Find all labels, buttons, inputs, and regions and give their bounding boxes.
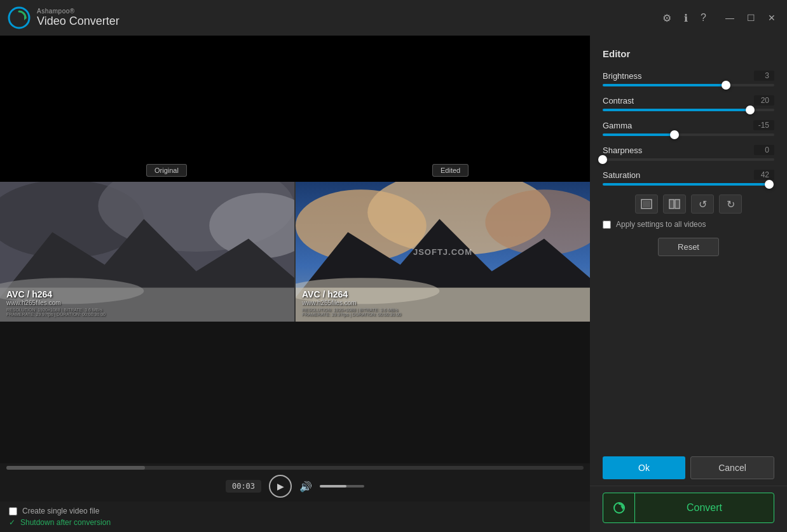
brightness-label: Brightness: [603, 71, 641, 81]
right-panel: Editor Brightness 3 Contrast 20: [590, 36, 787, 532]
saturation-fill: [603, 183, 769, 186]
split-view-icon: [669, 199, 680, 209]
undo-icon: ↺: [699, 198, 707, 210]
convert-button-group: Convert: [603, 493, 774, 523]
saturation-row: Saturation 42: [603, 170, 774, 186]
brightness-track[interactable]: [603, 84, 774, 86]
sharpness-label: Sharpness: [603, 146, 642, 155]
view-controls: ↺ ↻: [603, 194, 774, 214]
redo-icon: ↻: [727, 198, 735, 210]
app-logo-icon: [8, 6, 31, 29]
play-button[interactable]: ▶: [269, 475, 292, 498]
gamma-track[interactable]: [603, 133, 774, 136]
editor-title: Editor: [603, 48, 774, 59]
thumb-edited: JSOFTJ.COM AVC / h264 www.h265files.com …: [296, 182, 590, 322]
contrast-row: Contrast 20: [603, 95, 774, 111]
svg-rect-20: [670, 200, 673, 208]
apply-row: Apply settings to all videos: [603, 220, 774, 229]
edited-label: Edited: [432, 164, 469, 175]
close-button[interactable]: ✕: [764, 11, 779, 24]
preview-area: Original Edited: [0, 36, 590, 463]
play-icon: ▶: [277, 481, 284, 491]
app-brand: Ashampoo®: [37, 8, 120, 15]
svg-rect-21: [676, 200, 679, 208]
ok-button[interactable]: Ok: [603, 456, 685, 479]
window-controls: — ☐ ✕: [722, 11, 779, 24]
single-view-icon: [641, 199, 652, 209]
minimize-button[interactable]: —: [722, 11, 738, 24]
sharpness-track[interactable]: [603, 158, 774, 161]
undo-button[interactable]: ↺: [691, 194, 714, 214]
gamma-value: -15: [753, 120, 774, 130]
saturation-track[interactable]: [603, 183, 774, 186]
main-content: Original Edited: [0, 36, 787, 532]
gamma-label: Gamma: [603, 121, 632, 130]
sharpness-row: Sharpness 0: [603, 145, 774, 161]
volume-icon[interactable]: 🔊: [299, 481, 312, 493]
single-file-checkbox[interactable]: [9, 507, 17, 515]
help-icon[interactable]: ?: [698, 10, 709, 26]
controls-bar: 00:03 ▶ 🔊: [0, 463, 590, 501]
title-bar-left: Ashampoo® Video Converter: [8, 6, 120, 29]
single-file-row: Create single video file: [9, 507, 581, 515]
saturation-header: Saturation 42: [603, 170, 774, 180]
maximize-button[interactable]: ☐: [743, 11, 759, 24]
brightness-row: Brightness 3: [603, 71, 774, 86]
black-top-preview: Original Edited: [0, 36, 590, 182]
split-view-button[interactable]: [663, 194, 686, 214]
contrast-thumb[interactable]: [746, 106, 755, 114]
single-file-label: Create single video file: [22, 507, 99, 515]
brightness-value: 3: [754, 71, 774, 81]
volume-fill: [320, 485, 346, 488]
dialog-buttons: Ok Cancel: [590, 450, 787, 486]
brightness-thumb[interactable]: [722, 81, 730, 90]
brightness-header: Brightness 3: [603, 71, 774, 81]
redo-button[interactable]: ↻: [719, 194, 742, 214]
progress-bar[interactable]: [6, 466, 584, 470]
convert-section: Convert: [590, 486, 787, 532]
settings-icon[interactable]: ⚙: [660, 10, 674, 27]
info-icon[interactable]: ℹ: [681, 10, 690, 27]
single-view-button[interactable]: [635, 194, 658, 214]
thumbnails-row: AVC / h264 www.h265files.com RESOLUTION:…: [0, 182, 590, 322]
contrast-fill: [603, 109, 750, 111]
bottom-bar: Create single video file ✓ Shutdown afte…: [0, 501, 590, 532]
apply-label: Apply settings to all videos: [616, 220, 706, 229]
saturation-value: 42: [754, 170, 774, 180]
shutdown-label: Shutdown after conversion: [20, 518, 111, 527]
contrast-label: Contrast: [603, 96, 634, 106]
app-title-group: Ashampoo® Video Converter: [37, 8, 120, 28]
video-panel: Original Edited: [0, 36, 590, 532]
time-display: 00:03: [226, 480, 261, 493]
svg-rect-17: [643, 201, 650, 207]
thumb-original-overlay: AVC / h264 www.h265files.com RESOLUTION:…: [0, 284, 294, 322]
gamma-header: Gamma -15: [603, 120, 774, 130]
title-bar: Ashampoo® Video Converter ⚙ ℹ ? — ☐ ✕: [0, 0, 787, 36]
contrast-value: 20: [754, 95, 774, 106]
playback-controls: 00:03 ▶ 🔊: [6, 475, 584, 498]
convert-button[interactable]: Convert: [635, 493, 774, 522]
volume-slider[interactable]: [320, 485, 364, 488]
shutdown-row: ✓ Shutdown after conversion: [9, 518, 581, 527]
sharpness-thumb[interactable]: [598, 155, 607, 164]
convert-icon-button[interactable]: [603, 493, 635, 522]
contrast-header: Contrast 20: [603, 95, 774, 106]
convert-refresh-icon: [612, 501, 626, 515]
thumb-edited-overlay: AVC / h264 www.h265files.com RESOLUTION:…: [296, 284, 590, 322]
title-bar-right: ⚙ ℹ ? — ☐ ✕: [660, 10, 779, 27]
apply-all-checkbox[interactable]: [603, 221, 611, 229]
brightness-fill: [603, 84, 726, 86]
sharpness-header: Sharpness 0: [603, 145, 774, 155]
reset-button[interactable]: Reset: [658, 238, 719, 256]
app-name: Video Converter: [37, 15, 120, 28]
saturation-thumb[interactable]: [765, 180, 774, 189]
cancel-button[interactable]: Cancel: [690, 456, 774, 479]
original-label: Original: [146, 164, 187, 175]
shutdown-check-icon: ✓: [9, 518, 15, 527]
contrast-track[interactable]: [603, 109, 774, 111]
gamma-fill: [603, 133, 674, 136]
progress-fill: [6, 466, 145, 470]
thumb-original: AVC / h264 www.h265files.com RESOLUTION:…: [0, 182, 294, 322]
gamma-row: Gamma -15: [603, 120, 774, 136]
gamma-thumb[interactable]: [670, 130, 679, 139]
